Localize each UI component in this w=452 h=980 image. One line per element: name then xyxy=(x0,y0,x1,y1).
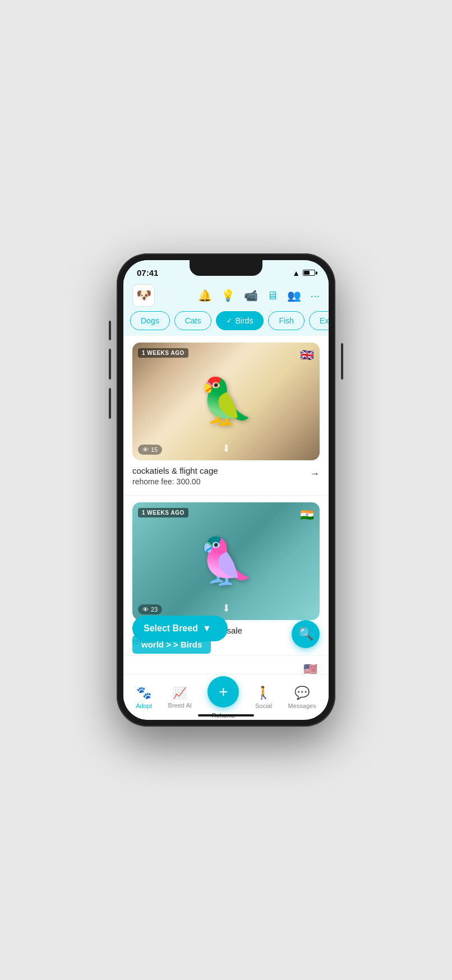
video-icon[interactable]: 📹 xyxy=(244,289,258,302)
time-badge-1: 1 WEEKS AGO xyxy=(138,348,188,358)
check-icon: ✓ xyxy=(227,317,232,325)
tab-dogs[interactable]: Dogs xyxy=(130,311,170,330)
nav-messages[interactable]: 💬 Messages xyxy=(284,683,321,711)
tab-fish[interactable]: Fish xyxy=(268,311,304,330)
dropdown-icon: ▼ xyxy=(202,623,211,634)
tab-birds[interactable]: ✓ Birds xyxy=(216,311,264,330)
breed-ai-label: Breed AI xyxy=(168,702,192,709)
bell-icon[interactable]: 🔔 xyxy=(198,289,212,302)
bulb-icon[interactable]: 💡 xyxy=(221,289,235,302)
search-fab-button[interactable]: 🔍 xyxy=(292,620,320,648)
volume-down-button xyxy=(109,388,111,419)
view-count-1: 👁 15 xyxy=(138,445,162,455)
tab-exotic[interactable]: Exotic animals xyxy=(309,311,329,330)
power-button xyxy=(341,343,343,380)
breadcrumb: world > > Birds xyxy=(132,635,211,654)
category-tabs: Dogs Cats ✓ Birds Fish Exotic animals xyxy=(123,311,329,336)
adopt-icon: 🐾 xyxy=(136,686,151,700)
social-label: Social xyxy=(255,702,272,709)
nav-rehome[interactable]: + Rehome xyxy=(203,674,243,720)
notch xyxy=(190,260,262,276)
tv-icon[interactable]: 🖥 xyxy=(267,289,278,302)
listing-image-2[interactable]: 1 WEEKS AGO 🇮🇳 👁 23 ⬇ xyxy=(132,502,320,620)
listing-card: 1 WEEKS AGO 🇬🇧 👁 15 ⬇ cockatiels & fligh… xyxy=(123,336,329,496)
wifi-icon: ▲ xyxy=(292,269,300,278)
uk-flag-icon: 🇬🇧 xyxy=(300,348,314,362)
volume-up-button xyxy=(109,349,111,380)
time-badge-2: 1 WEEKS AGO xyxy=(138,508,188,517)
listing-title-1: cockatiels & flight cage xyxy=(132,466,218,475)
listing-info-1: cockatiels & flight cage rehome fee: 300… xyxy=(132,466,320,486)
listings-scroll[interactable]: 1 WEEKS AGO 🇬🇧 👁 15 ⬇ cockatiels & fligh… xyxy=(123,336,329,720)
home-indicator xyxy=(198,714,254,716)
eye-icon: 👁 xyxy=(142,446,149,453)
more-icon[interactable]: ··· xyxy=(310,289,320,302)
save-icon-1[interactable]: ⬇ xyxy=(222,442,230,455)
nav-adopt[interactable]: 🐾 Adopt xyxy=(131,683,156,711)
eye-icon-2: 👁 xyxy=(142,606,149,613)
listing-image-1[interactable]: 1 WEEKS AGO 🇬🇧 👁 15 ⬇ xyxy=(132,343,320,460)
tab-cats[interactable]: Cats xyxy=(174,311,212,330)
status-time: 07:41 xyxy=(137,268,158,278)
breed-ai-icon: 📈 xyxy=(173,686,187,700)
mute-button xyxy=(109,321,111,340)
adopt-label: Adopt xyxy=(136,702,152,709)
nav-social[interactable]: 🚶 Social xyxy=(251,683,276,711)
search-icon: 🔍 xyxy=(298,627,313,641)
listing-price-1: rehome fee: 300.00 xyxy=(132,477,218,486)
messages-label: Messages xyxy=(288,702,316,709)
status-icons: ▲ xyxy=(292,269,315,278)
app-logo: 🐶 xyxy=(132,284,155,307)
messages-icon: 💬 xyxy=(294,686,310,700)
plus-icon: + xyxy=(219,684,228,700)
social-icon: 🚶 xyxy=(256,686,271,700)
app-header: 🐶 🔔 💡 📹 🖥 👥 ··· xyxy=(123,281,329,311)
user-settings-icon[interactable]: 👥 xyxy=(287,289,301,302)
india-flag-icon: 🇮🇳 xyxy=(300,508,314,521)
listing-text-1: cockatiels & flight cage rehome fee: 300… xyxy=(132,466,218,486)
battery-icon xyxy=(303,270,315,276)
nav-breed-ai[interactable]: 📈 Breed AI xyxy=(164,684,196,711)
header-icons: 🔔 💡 📹 🖥 👥 ··· xyxy=(162,289,320,302)
view-count-2: 👁 23 xyxy=(138,604,162,614)
save-icon-2[interactable]: ⬇ xyxy=(222,602,230,614)
arrow-icon-1[interactable]: → xyxy=(310,468,320,480)
bottom-nav: 🐾 Adopt 📈 Breed AI + Rehome 🚶 Social 💬 M… xyxy=(123,674,329,720)
rehome-fab[interactable]: + xyxy=(207,676,239,708)
